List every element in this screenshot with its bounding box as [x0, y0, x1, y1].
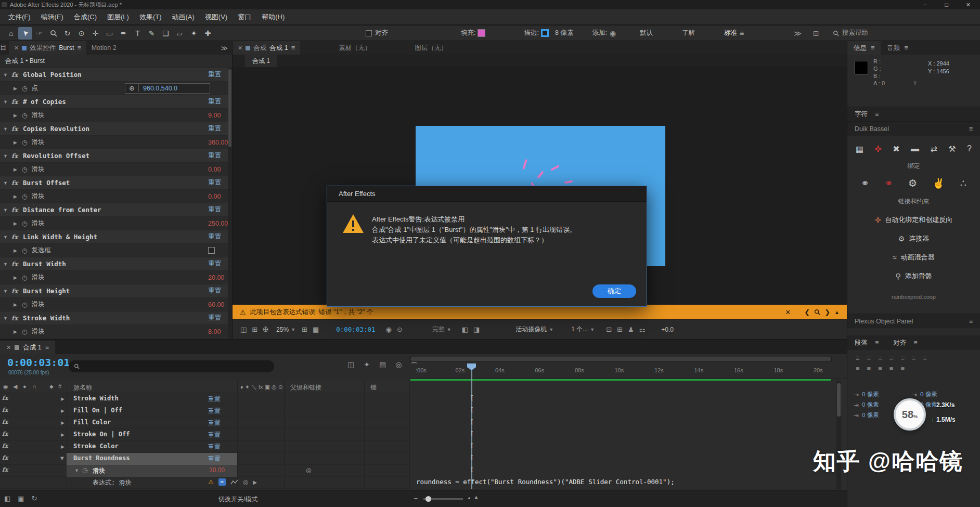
- justify-last-center-icon[interactable]: ≡: [900, 354, 905, 362]
- effect-param-row[interactable]: ▶ ◷ 复选框 ⊕: [0, 244, 228, 257]
- stopwatch-icon[interactable]: ◷: [22, 85, 27, 92]
- brush-tool-icon[interactable]: ✎: [145, 27, 159, 40]
- chevron-right-icon[interactable]: ▶: [14, 194, 22, 199]
- effect-header-row[interactable]: ▼ fx Revolution Offset 重置: [0, 149, 228, 163]
- composition-mini-flowchart-icon[interactable]: ◫: [347, 360, 354, 369]
- align-v-top-icon[interactable]: ≡: [889, 365, 894, 372]
- chevron-right-icon[interactable]: ▶: [60, 457, 65, 461]
- chevron-right-icon[interactable]: ▶: [61, 444, 65, 449]
- effect-header-row[interactable]: ▼ fx Global Position 重置: [0, 68, 228, 82]
- stopwatch-icon[interactable]: ◷: [22, 166, 27, 173]
- duik-connector-button[interactable]: ⚙ 连接器: [847, 231, 980, 246]
- network-speed-widget[interactable]: 58 %: [894, 398, 926, 431]
- indent-value[interactable]: 0 像素: [862, 391, 879, 398]
- minimize-button[interactable]: ─: [923, 2, 927, 8]
- chevron-right-icon[interactable]: ▶: [14, 221, 22, 226]
- panel-menu-icon[interactable]: ≡: [904, 44, 908, 51]
- hand-tool-icon[interactable]: ☞: [32, 27, 46, 40]
- structure-icon[interactable]: ▦: [856, 144, 863, 154]
- effect-header-row[interactable]: ▼ fx Stroke Width 重置: [0, 311, 228, 325]
- point-value-box[interactable]: ⊕ 960.0,540.0: [125, 83, 210, 94]
- close-icon[interactable]: ✕: [14, 45, 19, 51]
- reset-link[interactable]: 重置: [208, 443, 221, 451]
- zoom-tool-icon[interactable]: [46, 27, 60, 40]
- fill-label[interactable]: 填充:: [461, 29, 475, 37]
- character-panel-header[interactable]: 字符 ≡: [847, 107, 980, 121]
- panel-menu-icon[interactable]: ≡: [875, 339, 879, 346]
- chevron-down-icon[interactable]: ▼: [3, 262, 11, 267]
- expand-layers-icon[interactable]: ◧: [4, 495, 10, 502]
- menu-item[interactable]: 文件(F): [3, 12, 36, 22]
- stopwatch-icon[interactable]: ◷: [22, 112, 27, 119]
- rotate-tool-icon[interactable]: ↻: [60, 27, 74, 40]
- timeline-row[interactable]: fx ▶ Stroke Width 重置: [0, 393, 409, 405]
- timeline-row[interactable]: fx ▶ Burst Roundness 重置: [0, 453, 409, 465]
- resolution-dropdown[interactable]: 完整 ▼: [432, 325, 452, 334]
- expression-language-icon[interactable]: ▶: [253, 479, 257, 485]
- maximize-button[interactable]: □: [945, 2, 948, 8]
- add-icon[interactable]: ◉: [610, 29, 616, 37]
- effect-header-row[interactable]: ▼ fx Burst Height 重置: [0, 284, 228, 298]
- menu-item[interactable]: 动画(A): [167, 12, 200, 22]
- parent-link-column[interactable]: 父级和链接: [290, 383, 321, 392]
- chevron-right-icon[interactable]: ▶: [14, 275, 22, 280]
- always-preview-icon[interactable]: ◫: [240, 326, 247, 333]
- timeline-row[interactable]: fx ▶ Stroke Color 重置: [0, 441, 409, 453]
- pen-tool-icon[interactable]: ✒: [117, 27, 131, 40]
- text-tool-icon[interactable]: T: [131, 27, 145, 40]
- pick-whip-icon[interactable]: ◎: [306, 466, 311, 474]
- tab-composition[interactable]: ✕ 合成 合成 1 ≡: [233, 41, 300, 55]
- collapse-icon[interactable]: ▲: [834, 309, 840, 315]
- tab-effect-controls[interactable]: ✕ 效果控件 Burst ≡: [9, 41, 86, 55]
- reset-link[interactable]: 重置: [208, 431, 221, 439]
- chevron-down-icon[interactable]: ▼: [3, 235, 11, 240]
- effect-header-row[interactable]: ▼ fx Distance from Center 重置: [0, 203, 228, 217]
- workspace-default[interactable]: 默认: [640, 29, 653, 37]
- chevron-right-icon[interactable]: ▶: [61, 420, 65, 425]
- panel-menu-icon[interactable]: ≡: [77, 44, 81, 51]
- close-icon[interactable]: ✕: [238, 45, 242, 51]
- close-icon[interactable]: ✕: [785, 308, 791, 316]
- close-icon[interactable]: ✕: [6, 344, 11, 351]
- effect-header-row[interactable]: ▼ fx Link Width & Height 重置: [0, 230, 228, 244]
- chevron-down-icon[interactable]: ▼: [3, 126, 11, 132]
- expression-code[interactable]: roundness = effect("Burst Roundness")("A…: [416, 478, 675, 486]
- reset-link[interactable]: 重置: [208, 151, 221, 160]
- effect-param-row[interactable]: ▶ ◷ 点 960.0,540.0 ⊕ 960.0,540.0: [0, 82, 228, 95]
- param-value[interactable]: 8.00: [208, 328, 221, 335]
- reset-link[interactable]: 重置: [208, 287, 221, 295]
- reset-link[interactable]: 重置: [208, 407, 221, 415]
- reset-link[interactable]: 重置: [208, 205, 221, 214]
- justify-last-left-icon[interactable]: ≡: [889, 354, 894, 362]
- param-value[interactable]: 0.00: [208, 193, 221, 200]
- roto-brush-tool-icon[interactable]: ✦: [187, 27, 201, 40]
- chevron-down-icon[interactable]: ▼: [3, 99, 11, 105]
- show-snapshot-icon[interactable]: ⊙: [397, 326, 403, 333]
- expression-warning-icon[interactable]: ⚠: [208, 478, 214, 486]
- shape-tool-icon[interactable]: ▭: [102, 27, 117, 40]
- timeline-row-expression[interactable]: 表达式: 滑块 ⚠ = ◎ ▶: [0, 477, 409, 489]
- tab-info[interactable]: 信息 ≡: [847, 41, 881, 55]
- eraser-tool-icon[interactable]: ▱: [173, 27, 187, 40]
- lock-column-icon[interactable]: ∩: [32, 383, 36, 389]
- align-h-right-icon[interactable]: ≡: [878, 365, 882, 372]
- effect-param-row[interactable]: ▶ ◷ 滑块 0.00 ⊕ 0.00: [0, 163, 228, 176]
- justify-all-icon[interactable]: ≡: [923, 354, 927, 362]
- puppet-pin-tool-icon[interactable]: ✚: [201, 27, 215, 40]
- transparency-grid-icon[interactable]: ◨: [473, 326, 480, 333]
- chevron-right-icon[interactable]: ▶: [61, 432, 65, 437]
- tab-motion2[interactable]: Motion 2: [86, 41, 122, 55]
- param-value[interactable]: 0.00: [208, 166, 221, 173]
- time-navigator[interactable]: [409, 357, 832, 361]
- panel-menu-icon[interactable]: ≡: [45, 344, 49, 351]
- menu-item[interactable]: 效果(T): [134, 12, 167, 22]
- zoom-dropdown[interactable]: 25% ▼: [276, 326, 295, 333]
- paw-icon[interactable]: ∴: [960, 177, 966, 189]
- reset-link[interactable]: 重置: [208, 178, 221, 187]
- snap-toggle[interactable]: 对齐: [366, 29, 388, 37]
- magnification-icon[interactable]: ⊞: [252, 326, 257, 333]
- chevron-right-icon[interactable]: ▶: [14, 167, 22, 172]
- reset-link[interactable]: 重置: [208, 395, 221, 404]
- grid-icon[interactable]: ⊞: [302, 326, 307, 333]
- chevron-down-icon[interactable]: ▼: [3, 316, 11, 321]
